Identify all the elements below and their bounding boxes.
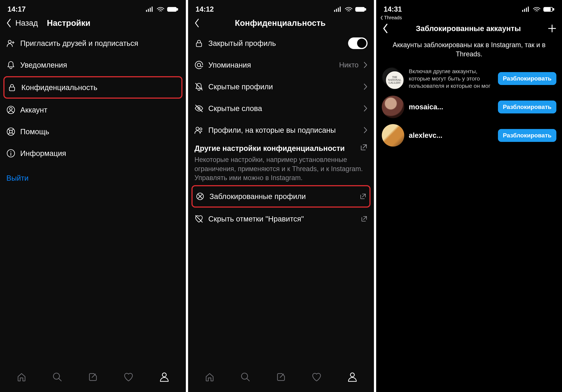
tab-profile[interactable] — [159, 372, 170, 384]
heart-icon — [123, 372, 134, 382]
status-icons — [522, 7, 554, 12]
highlight-privacy: Конфиденциальность — [3, 76, 182, 99]
row-blocked-profiles[interactable]: Заблокированные профили — [193, 186, 369, 206]
page-title: Конфиденциальность — [192, 18, 368, 28]
wifi-icon — [157, 7, 164, 12]
account-name: alexlevc... — [409, 131, 493, 139]
signal-icon — [146, 7, 154, 12]
avatar[interactable] — [382, 96, 404, 118]
breadcrumb-back-to-app[interactable]: Threads — [376, 15, 562, 22]
status-time: 14:31 — [384, 5, 402, 13]
avatar-label: THE NATIONAL GALLERY — [385, 71, 404, 90]
tab-activity[interactable] — [123, 372, 134, 384]
svg-point-16 — [196, 127, 199, 130]
add-button[interactable] — [548, 24, 556, 33]
row-invite-friends[interactable]: Пригласить друзей и подписаться — [0, 32, 186, 54]
status-time: 14:17 — [8, 5, 26, 13]
unblock-button[interactable]: Разблокировать — [498, 101, 556, 113]
screen-privacy: 14:12 Конфиденциальность Закрытый профил… — [188, 0, 374, 392]
row-hidden-profiles[interactable]: Скрытые профили — [188, 76, 374, 98]
svg-rect-12 — [365, 8, 366, 10]
plus-icon — [548, 24, 556, 33]
tab-home[interactable] — [16, 372, 27, 384]
section-other-privacy[interactable]: Другие настройки конфиденциальности — [188, 141, 374, 154]
chevron-left-icon — [6, 18, 12, 28]
tab-activity[interactable] — [311, 372, 322, 384]
header: Назад Настройки — [0, 15, 186, 32]
battery-icon — [167, 7, 178, 12]
svg-rect-0 — [167, 7, 176, 11]
screen-blocked-accounts: 14:31 Threads Заблокированные аккаунты А… — [376, 0, 562, 392]
account-subtext: Включая другие аккаунты, которые могут б… — [409, 67, 493, 90]
avatar[interactable] — [382, 124, 404, 146]
block-icon — [196, 192, 205, 201]
row-private-profile[interactable]: Закрытый профиль — [188, 32, 374, 54]
row-info[interactable]: Информация — [0, 143, 186, 164]
bell-off-icon — [194, 82, 203, 91]
user-circle-icon — [6, 105, 15, 114]
signal-icon — [334, 7, 342, 12]
row-label: Профили, на которые вы подписаны — [208, 125, 359, 135]
highlight-blocked: Заблокированные профили — [191, 185, 371, 208]
lock-icon — [8, 83, 16, 92]
back-button[interactable] — [382, 23, 389, 34]
compose-icon — [276, 372, 286, 382]
chevron-right-icon — [363, 105, 368, 112]
row-label: Аккаунт — [20, 105, 179, 114]
row-following-profiles[interactable]: Профили, на которые вы подписаны — [188, 119, 374, 141]
row-label: Помощь — [20, 127, 179, 136]
status-bar: 14:31 — [376, 0, 562, 15]
tab-compose[interactable] — [276, 372, 286, 384]
tab-search[interactable] — [52, 372, 63, 384]
row-label: Информация — [20, 149, 179, 158]
tab-bar — [0, 366, 186, 392]
back-button[interactable] — [6, 18, 12, 28]
compose-icon — [88, 372, 98, 382]
external-link-icon — [360, 144, 368, 151]
row-label: Скрытые профили — [208, 82, 359, 91]
svg-point-9 — [53, 373, 59, 379]
row-hide-likes[interactable]: Скрыть отметки "Нравится" — [188, 208, 374, 230]
tab-profile[interactable] — [347, 372, 358, 384]
tab-bar — [188, 366, 374, 392]
row-logout[interactable]: Выйти — [0, 167, 186, 189]
page-title: Настройки — [47, 18, 180, 28]
row-notifications[interactable]: Уведомления — [0, 54, 186, 76]
row-label: Уведомления — [20, 60, 179, 70]
blocked-account-row: mosaica... Разблокировать — [376, 93, 562, 121]
svg-rect-1 — [177, 8, 178, 10]
row-privacy[interactable]: Конфиденциальность — [4, 77, 181, 98]
row-mentions[interactable]: Упоминания Никто — [188, 54, 374, 76]
status-time: 14:12 — [196, 5, 214, 13]
heart-icon — [311, 372, 322, 382]
tab-home[interactable] — [204, 372, 215, 384]
breadcrumb-label: Threads — [384, 15, 402, 21]
unblock-button[interactable]: Разблокировать — [498, 129, 556, 142]
row-hidden-words[interactable]: Скрытые слова — [188, 98, 374, 119]
page-title: Заблокированные аккаунты — [392, 24, 544, 33]
row-label: Выйти — [6, 173, 179, 183]
row-value: Никто — [339, 61, 359, 69]
blocked-description: Аккаунты заблокированы как в Instagram, … — [376, 38, 562, 64]
private-profile-toggle[interactable] — [348, 37, 368, 49]
tab-search[interactable] — [240, 372, 251, 384]
search-icon — [52, 372, 63, 382]
row-help[interactable]: Помощь — [0, 121, 186, 143]
wifi-icon — [345, 7, 352, 12]
svg-point-19 — [242, 373, 248, 379]
home-icon — [204, 372, 215, 382]
status-bar: 14:12 — [188, 0, 374, 15]
tab-compose[interactable] — [88, 372, 98, 384]
lifebuoy-icon — [6, 127, 15, 136]
unblock-button[interactable]: Разблокировать — [498, 72, 556, 85]
avatar[interactable]: THE NATIONAL GALLERY — [382, 67, 404, 90]
lock-icon — [194, 39, 203, 48]
svg-rect-22 — [544, 8, 550, 11]
back-label[interactable]: Назад — [15, 19, 38, 28]
svg-rect-11 — [356, 7, 364, 11]
bell-icon — [6, 60, 15, 69]
svg-point-14 — [197, 63, 201, 67]
row-account[interactable]: Аккаунт — [0, 99, 186, 121]
svg-point-2 — [8, 40, 11, 43]
row-label: Закрытый профиль — [208, 39, 343, 48]
